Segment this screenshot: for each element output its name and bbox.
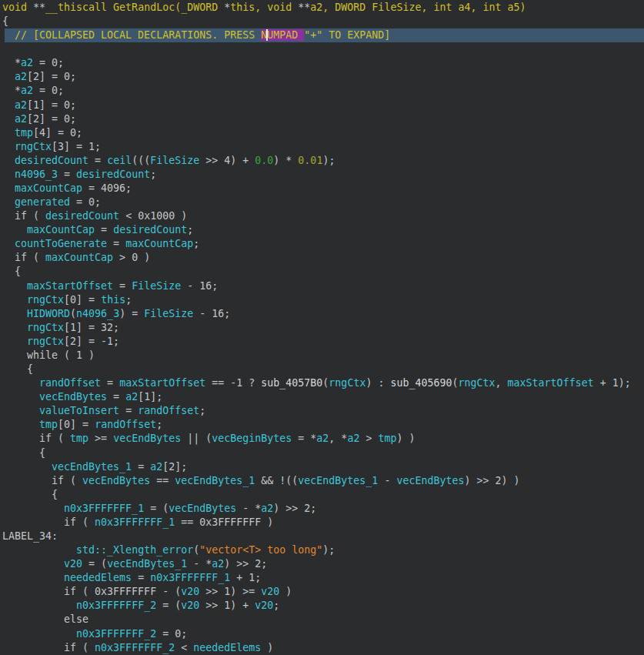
- code-token: );: [322, 155, 335, 166]
- code-line-1[interactable]: void **__thiscall GetRandLoc(_DWORD *thi…: [2, 1, 644, 15]
- code-token: >: [359, 433, 378, 444]
- code-token: && !((: [255, 475, 298, 486]
- code-token: ;: [125, 294, 132, 306]
- code-token: {: [2, 489, 58, 500]
- code-line-41[interactable]: v20 = (vecEndBytes_1 - *a2) >> 2;: [2, 557, 644, 571]
- code-line-4[interactable]: [2, 42, 644, 56]
- code-line-10[interactable]: tmp[4] = 0;: [2, 126, 644, 140]
- code-token: v20: [181, 586, 199, 597]
- code-line-18[interactable]: countToGenerate = maxCountCap;: [2, 237, 644, 251]
- code-token: maxStartOffset: [119, 377, 205, 389]
- code-token: [2, 308, 27, 319]
- code-line-11[interactable]: rngCtx[3] = 1;: [2, 140, 644, 154]
- code-token: = (: [82, 558, 107, 570]
- code-token: [2, 377, 39, 389]
- code-line-17[interactable]: maxCountCap = desiredCount;: [2, 223, 644, 237]
- code-line-42[interactable]: neededElems = n0x3FFFFFFF_1 + 1;: [2, 571, 644, 585]
- code-token: [2, 99, 15, 111]
- code-area[interactable]: void **__thiscall GetRandLoc(_DWORD *thi…: [2, 1, 644, 655]
- code-line-33[interactable]: {: [2, 446, 644, 460]
- code-token: vecEndBytes_1: [107, 558, 187, 570]
- code-line-8[interactable]: a2[1] = 0;: [2, 99, 644, 112]
- code-line-34[interactable]: vecEndBytes_1 = a2[2];: [2, 460, 644, 474]
- code-line-5[interactable]: *a2 = 0;: [2, 56, 644, 70]
- code-line-37[interactable]: n0x3FFFFFFF_1 = (vecEndBytes - *a2) >> 2…: [2, 502, 644, 516]
- code-token: ;: [150, 169, 156, 180]
- code-line-25[interactable]: rngCtx[2] = -1;: [2, 335, 644, 349]
- code-token: vecEndBytes: [169, 503, 236, 514]
- code-token: desiredCount: [15, 155, 88, 166]
- code-line-31[interactable]: tmp[0] = randOffset;: [2, 418, 644, 432]
- code-line-38[interactable]: if ( n0x3FFFFFFF_1 == 0x3FFFFFFF ): [2, 516, 644, 530]
- code-line-27[interactable]: {: [2, 363, 644, 376]
- code-line-7[interactable]: *a2 = 0;: [2, 84, 644, 98]
- code-line-44[interactable]: n0x3FFFFFFF_2 = (v20 >> 1) + v20;: [2, 599, 644, 613]
- code-token: a2: [21, 85, 33, 96]
- code-line-2[interactable]: {: [2, 15, 644, 28]
- code-token: a2: [21, 57, 33, 69]
- code-line-16[interactable]: if ( desiredCount < 0x1000 ): [2, 209, 644, 223]
- code-token: = *: [292, 433, 316, 444]
- code-line-6[interactable]: a2[2] = 0;: [2, 70, 644, 84]
- code-line-24[interactable]: rngCtx[1] = 32;: [2, 321, 644, 335]
- code-token: [0] =: [64, 294, 101, 306]
- code-token: [2, 294, 27, 306]
- code-line-36[interactable]: {: [2, 488, 644, 502]
- code-token: vecEndBytes: [396, 475, 464, 486]
- code-token: if (: [2, 210, 45, 222]
- code-token: >> 4) +: [199, 155, 255, 166]
- code-line-32[interactable]: if ( tmp >= vecEndBytes || (vecBeginByte…: [2, 432, 644, 446]
- code-line-21[interactable]: maxStartOffset = FileSize - 16;: [2, 279, 644, 293]
- code-token: a2: [316, 433, 329, 444]
- code-line-30[interactable]: valueToInsert = randOffset;: [2, 404, 644, 418]
- code-token: ;: [193, 238, 199, 249]
- code-line-29[interactable]: vecEndBytes = a2[1];: [2, 390, 644, 404]
- code-token: == -1 ?: [205, 377, 261, 389]
- code-token: vecEndBytes: [113, 433, 181, 444]
- code-line-28[interactable]: randOffset = maxStartOffset == -1 ? sub_…: [2, 376, 644, 390]
- code-token: if (: [2, 433, 70, 444]
- code-token: rngCtx: [27, 294, 64, 306]
- code-line-46[interactable]: n0x3FFFFFFF_2 = 0;: [2, 627, 644, 641]
- code-token: maxStartOffset: [27, 280, 113, 292]
- code-line-22[interactable]: rngCtx[0] = this;: [2, 293, 644, 307]
- code-token: [2, 558, 64, 570]
- code-line-40[interactable]: std::_Xlength_error("vector<T> too long"…: [2, 543, 644, 557]
- code-token: maxCountCap: [125, 238, 193, 249]
- code-token: *: [2, 57, 21, 69]
- code-line-47[interactable]: if ( n0x3FFFFFFF_2 < neededElems ): [2, 641, 644, 655]
- code-line-15[interactable]: generated = 0;: [2, 195, 644, 209]
- code-token: <: [175, 642, 193, 653]
- code-line-20[interactable]: {: [2, 265, 644, 279]
- code-token: else: [2, 613, 88, 625]
- code-token: [2, 155, 15, 166]
- code-token: tmp: [70, 433, 88, 444]
- code-line-23[interactable]: HIDWORD(n4096_3) = FileSize - 16;: [2, 307, 644, 321]
- code-token: =: [107, 391, 125, 403]
- current-line[interactable]: // [COLLAPSED LOCAL DECLARATIONS. PRESS …: [2, 28, 644, 42]
- code-line-9[interactable]: a2[2] = 0;: [2, 112, 644, 126]
- code-token: tmp: [378, 433, 396, 444]
- code-token: __thiscall GetRandLoc(_DWORD: [45, 2, 224, 13]
- code-token: [2];: [162, 461, 187, 473]
- code-token: =: [58, 169, 76, 180]
- code-token: [0] =: [58, 419, 95, 430]
- code-token: + 1);: [594, 377, 631, 389]
- code-line-43[interactable]: if ( 0x3FFFFFFF - (v20 >> 1) >= v20 ): [2, 585, 644, 599]
- code-token: =: [119, 405, 138, 416]
- code-line-39[interactable]: LABEL_34:: [2, 530, 644, 543]
- code-line-19[interactable]: if ( maxCountCap > 0 ): [2, 251, 644, 265]
- code-line-13[interactable]: n4096_3 = desiredCount;: [2, 168, 644, 182]
- code-line-26[interactable]: while ( 1 ): [2, 349, 644, 363]
- code-token: ) =: [119, 308, 144, 319]
- code-line-45[interactable]: else: [2, 613, 644, 627]
- pseudocode-view: void **__thiscall GetRandLoc(_DWORD *thi…: [0, 0, 644, 655]
- text-cursor: [266, 29, 268, 41]
- code-token: countToGenerate: [15, 238, 107, 249]
- code-token: [2] = 0;: [27, 71, 76, 82]
- code-line-35[interactable]: if ( vecEndBytes == vecEndBytes_1 && !((…: [2, 474, 644, 488]
- code-token: if (: [2, 642, 95, 653]
- code-line-14[interactable]: maxCountCap = 4096;: [2, 182, 644, 195]
- code-token: a2: [15, 71, 27, 82]
- code-line-12[interactable]: desiredCount = ceil(((FileSize >> 4) + 0…: [2, 154, 644, 168]
